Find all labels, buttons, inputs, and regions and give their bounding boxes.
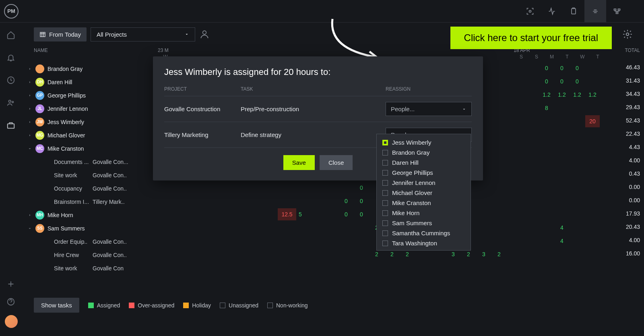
settings-button[interactable] xyxy=(622,29,633,39)
task-row[interactable]: Brainstorm I...Tillery Mark.. xyxy=(23,195,155,208)
person-row[interactable]: SSSam Summers xyxy=(23,222,155,235)
person-row[interactable]: Brandon Gray xyxy=(23,62,155,75)
workload-cell[interactable]: 20 xyxy=(585,115,600,127)
expand-chevron[interactable] xyxy=(27,66,32,71)
dropdown-person-item[interactable]: Michael Glover xyxy=(377,188,471,198)
dropdown-person-item[interactable]: Jess Wimberly xyxy=(377,137,471,147)
task-row[interactable]: Site workGovalle Con xyxy=(23,261,155,275)
workload-cell[interactable]: 0 xyxy=(555,75,569,87)
clock-icon[interactable] xyxy=(6,76,16,85)
workload-cell[interactable]: 3 xyxy=(477,248,491,260)
checkbox[interactable] xyxy=(382,180,388,186)
expand-chevron[interactable] xyxy=(27,120,32,124)
workload-cell[interactable]: 0 xyxy=(570,75,584,87)
workload-cell[interactable]: 0 xyxy=(339,195,353,207)
projects-label: All Projects xyxy=(97,31,127,38)
scan-icon[interactable] xyxy=(519,0,541,23)
person-row[interactable]: DHDaren Hill xyxy=(23,75,155,89)
person-icon[interactable] xyxy=(199,29,210,39)
workload-cell[interactable]: 0 xyxy=(354,195,369,207)
avatar: MC xyxy=(35,144,44,153)
task-row[interactable]: Order Equip..Govalle Con.. xyxy=(23,235,155,248)
workload-cell[interactable]: 1.2 xyxy=(539,89,554,101)
checkbox[interactable] xyxy=(382,200,388,206)
expand-chevron[interactable] xyxy=(27,226,32,231)
dropdown-person-item[interactable]: Brandon Gray xyxy=(377,147,471,158)
activity-icon[interactable] xyxy=(541,0,563,23)
expand-chevron[interactable] xyxy=(27,106,32,111)
close-button[interactable]: Close xyxy=(320,155,353,170)
checkbox[interactable] xyxy=(382,190,388,196)
from-today-button[interactable]: From Today xyxy=(34,27,87,41)
expand-chevron[interactable] xyxy=(27,213,32,218)
workload-cell[interactable]: 0 xyxy=(339,208,353,220)
home-icon[interactable] xyxy=(6,31,16,40)
dropdown-person-item[interactable]: Tara Washington xyxy=(377,238,471,248)
people-dropdown-panel[interactable]: Jess WimberlyBrandon GrayDaren HillGeorg… xyxy=(376,134,471,251)
flow-icon[interactable] xyxy=(606,0,628,23)
workload-cell[interactable]: 8 xyxy=(539,102,554,114)
task-row[interactable]: Site workGovalle Con.. xyxy=(23,168,155,182)
dropdown-person-item[interactable]: Sam Summers xyxy=(377,218,471,228)
workload-cell[interactable]: 1.2 xyxy=(570,89,584,101)
legend-item: Non-working xyxy=(267,302,308,309)
help-icon[interactable] xyxy=(6,297,16,307)
workload-cell[interactable]: 0 xyxy=(539,62,554,74)
workload-cell[interactable]: 5 xyxy=(293,208,308,220)
bell-icon[interactable] xyxy=(6,53,16,63)
person-row[interactable]: MGMichael Glover xyxy=(23,129,155,142)
workload-cell[interactable]: 0 xyxy=(555,62,569,74)
checkbox[interactable] xyxy=(382,230,388,236)
svg-point-6 xyxy=(9,100,11,103)
workload-cell[interactable]: 4 xyxy=(555,222,569,234)
user-avatar[interactable] xyxy=(5,315,18,328)
logo[interactable]: PM xyxy=(0,0,23,23)
plus-icon[interactable] xyxy=(6,280,16,289)
dropdown-person-item[interactable]: Mike Horn xyxy=(377,208,471,218)
reassign-dropdown[interactable]: People... xyxy=(386,102,472,116)
workload-cell[interactable]: 0 xyxy=(539,75,554,87)
dropdown-person-item[interactable]: Samantha Cummings xyxy=(377,228,471,238)
person-row[interactable]: JLJennifer Lennon xyxy=(23,102,155,115)
task-row[interactable]: OccupancyGovalle Con.. xyxy=(23,182,155,195)
checkbox[interactable] xyxy=(382,210,388,216)
task-name: Hire Crew xyxy=(54,252,93,258)
person-row[interactable]: GPGeorge Phillips xyxy=(23,89,155,102)
clipboard-icon[interactable] xyxy=(563,0,584,23)
expand-chevron[interactable] xyxy=(27,146,32,151)
person-row[interactable]: MCMike Cranston xyxy=(23,142,155,155)
attachment-icon[interactable] xyxy=(584,0,606,23)
expand-chevron[interactable] xyxy=(27,133,32,138)
expand-chevron[interactable] xyxy=(27,80,32,85)
checkbox[interactable] xyxy=(382,150,388,156)
total-value: 16.00 xyxy=(617,247,640,260)
modal-project: Tillery Marketing xyxy=(164,131,241,138)
workload-cell[interactable]: 1.2 xyxy=(585,89,600,101)
checkbox[interactable] xyxy=(382,220,388,226)
checkbox[interactable] xyxy=(382,241,388,246)
task-row[interactable]: Documents ...Govalle Con... xyxy=(23,155,155,168)
checkbox[interactable] xyxy=(382,160,388,166)
dropdown-person-item[interactable]: George Phillips xyxy=(377,168,471,178)
show-tasks-button[interactable]: Show tasks xyxy=(34,298,79,313)
briefcase-icon[interactable] xyxy=(6,121,16,131)
person-row[interactable]: MHMike Horn xyxy=(23,208,155,222)
projects-dropdown[interactable]: All Projects xyxy=(91,27,195,41)
expand-chevron[interactable] xyxy=(27,93,32,98)
workload-cell[interactable]: 4 xyxy=(555,235,569,247)
dropdown-person-item[interactable]: Mike Cranston xyxy=(377,198,471,208)
workload-cell[interactable]: 2 xyxy=(492,248,506,260)
dropdown-person-item[interactable]: Daren Hill xyxy=(377,158,471,168)
person-row[interactable]: JWJess Wimberly xyxy=(23,115,155,129)
checkbox[interactable] xyxy=(382,140,388,145)
task-row[interactable]: Hire CrewGovalle Con.. xyxy=(23,248,155,261)
workload-cell[interactable]: 1.2 xyxy=(555,89,569,101)
checkbox[interactable] xyxy=(382,170,388,176)
workload-cell[interactable]: 0 xyxy=(570,62,584,74)
dropdown-person-item[interactable]: Jennifer Lennon xyxy=(377,178,471,188)
cta-banner[interactable]: Click here to start your free trial xyxy=(450,27,612,49)
workload-cell[interactable]: 0 xyxy=(354,208,369,220)
workload-cell[interactable]: 0 xyxy=(354,182,369,194)
save-button[interactable]: Save xyxy=(283,155,315,170)
people-icon[interactable] xyxy=(6,98,16,108)
